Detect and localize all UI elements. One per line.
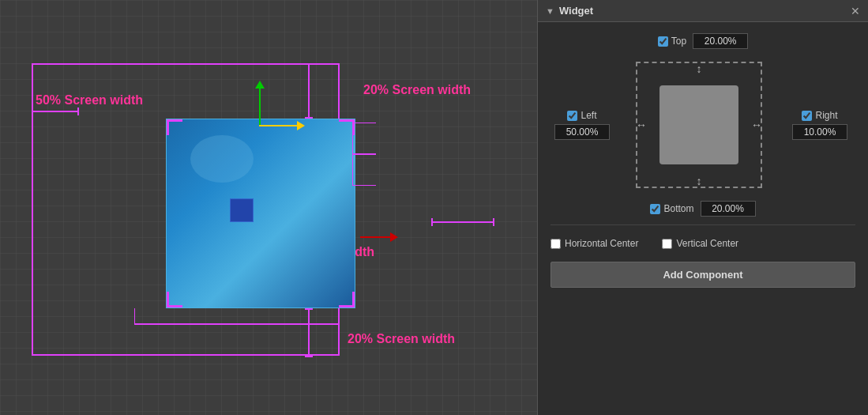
divider xyxy=(550,224,855,225)
left-constraint-label[interactable]: Left xyxy=(567,110,596,121)
left-label-text: Left xyxy=(581,110,596,121)
constraint-diagram: ↕ ↕ ↔ ↔ xyxy=(620,62,778,188)
blue-widget[interactable] xyxy=(166,119,355,308)
bottom-value-input[interactable] xyxy=(701,201,756,217)
left-constraint-checkbox[interactable] xyxy=(567,111,577,121)
left-measurement-line xyxy=(32,111,79,112)
right-constraint-label[interactable]: Right xyxy=(802,110,837,121)
right-value-input[interactable] xyxy=(792,124,847,140)
diagram-arrow-top: ↕ xyxy=(697,62,702,75)
right-constraint-checkbox[interactable] xyxy=(802,111,812,121)
bottom-constraint-row: Bottom xyxy=(550,201,855,217)
right-label-text: Right xyxy=(815,110,837,121)
label-20-screen-width-top: 20% Screen width xyxy=(363,83,471,97)
collapse-icon[interactable]: ▼ xyxy=(546,6,554,16)
top-measurement-line xyxy=(308,63,310,119)
right-bracket-svg xyxy=(352,123,384,186)
bottom-bracket-svg xyxy=(134,308,340,332)
horizontal-center-checkbox[interactable] xyxy=(550,239,561,249)
label-20-screen-width-bottom: 20% Screen width xyxy=(348,332,455,346)
center-checkboxes-row: Horizontal Center Vertical Center xyxy=(550,233,855,254)
middle-constraint-row: Left ↕ ↕ ↔ ↔ xyxy=(550,62,855,188)
vertical-center-text: Vertical Center xyxy=(676,238,738,249)
left-value-input[interactable] xyxy=(554,124,610,140)
widget-inner-square xyxy=(230,198,254,222)
diagram-arrow-bottom: ↕ xyxy=(697,175,702,187)
horizontal-center-label[interactable]: Horizontal Center xyxy=(550,238,638,249)
label-50-screen-width: 50% Screen width xyxy=(36,93,143,108)
left-constraint-section: Left xyxy=(550,110,614,140)
panel-close-button[interactable]: ✕ xyxy=(851,6,860,17)
bottom-label-text: Bottom xyxy=(663,203,693,214)
panel-content: Top Left ↕ ↕ xyxy=(538,22,868,299)
bracket-top-left xyxy=(167,119,182,135)
diagram-arrow-right: ↔ xyxy=(751,119,762,131)
horizontal-center-text: Horizontal Center xyxy=(565,238,638,249)
add-component-button[interactable]: Add Component xyxy=(550,262,855,288)
top-value-input[interactable] xyxy=(693,33,748,49)
bottom-constraint-checkbox[interactable] xyxy=(650,204,660,214)
vertical-center-label[interactable]: Vertical Center xyxy=(662,238,738,249)
right-panel: ▼ Widget ✕ Top Left xyxy=(537,0,868,415)
bracket-bottom-right xyxy=(339,292,355,307)
bracket-bottom-left xyxy=(167,292,182,307)
diagram-arrow-left: ↔ xyxy=(636,119,647,131)
top-label-text: Top xyxy=(671,36,686,47)
top-constraint-label[interactable]: Top xyxy=(658,36,686,47)
right-constraint-section: Right xyxy=(784,110,855,140)
diagram-inner-box xyxy=(659,85,738,164)
top-constraint-row: Top xyxy=(550,33,855,49)
canvas-area: 50% Screen width 20% Screen width 10% Sc… xyxy=(0,0,537,415)
right-measurement-line xyxy=(431,221,494,223)
bottom-constraint-label[interactable]: Bottom xyxy=(650,203,693,214)
panel-header: ▼ Widget ✕ xyxy=(538,0,868,22)
diagram-outer-box: ↕ ↕ ↔ ↔ xyxy=(636,62,762,188)
top-constraint-checkbox[interactable] xyxy=(658,36,668,47)
right-offset-arrow xyxy=(360,236,392,238)
vertical-center-checkbox[interactable] xyxy=(662,239,672,249)
transform-y-arrow xyxy=(259,87,261,126)
transform-x-arrow xyxy=(259,125,299,126)
panel-title: Widget xyxy=(559,5,846,17)
